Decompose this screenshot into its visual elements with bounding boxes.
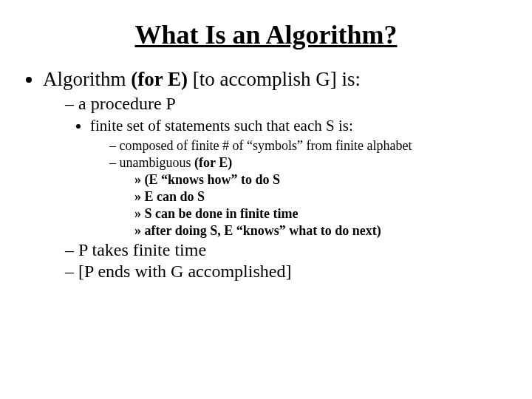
bullet-list-level5: (E “knows how” to do S E can do S S can … [109,172,510,239]
text: composed of finite # of “symbols” from f… [120,138,412,153]
text-fragment: [to accomplish G] is: [193,68,361,90]
bullet-p-finite-time: P takes finite time [65,240,510,260]
bullet-list-level3: finite set of statements such that each … [65,117,510,239]
bullet-finite-symbols: composed of finite # of “symbols” from f… [109,138,510,154]
bullet-procedure-p: a procedure P finite set of statements s… [65,94,510,239]
text-fragment-bold: (for E) [131,68,192,90]
bullet-p-ends-accomplished: [P ends with G accomplished] [65,262,510,282]
bullet-list-level2: a procedure P finite set of statements s… [43,94,510,282]
text: P takes finite time [78,240,206,259]
bullet-knows-next: after doing S, E “knows” what to do next… [134,223,510,239]
text: finite set of statements such that each … [90,117,353,134]
text: [P ends with G accomplished] [78,262,291,281]
bullet-list-level1: Algorithm (for E) [to accomplish G] is: … [22,68,510,282]
text-fragment-bold: (for E) [194,155,232,170]
slide-title: What Is an Algorithm? [22,19,510,50]
slide: What Is an Algorithm? Algorithm (for E) … [0,0,532,399]
bullet-list-level4: composed of finite # of “symbols” from f… [90,138,510,239]
bullet-algorithm-def: Algorithm (for E) [to accomplish G] is: … [43,68,510,282]
bullet-unambiguous: unambiguous (for E) (E “knows how” to do… [109,155,510,239]
bullet-can-do: E can do S [134,189,510,205]
text-fragment: Algorithm [43,68,131,90]
text: unambiguous [120,155,195,170]
bullet-finite-statements: finite set of statements such that each … [90,117,510,239]
bullet-knows-how: (E “knows how” to do S [134,172,510,188]
text: a procedure P [78,94,176,113]
bullet-finite-time: S can be done in finite time [134,206,510,222]
